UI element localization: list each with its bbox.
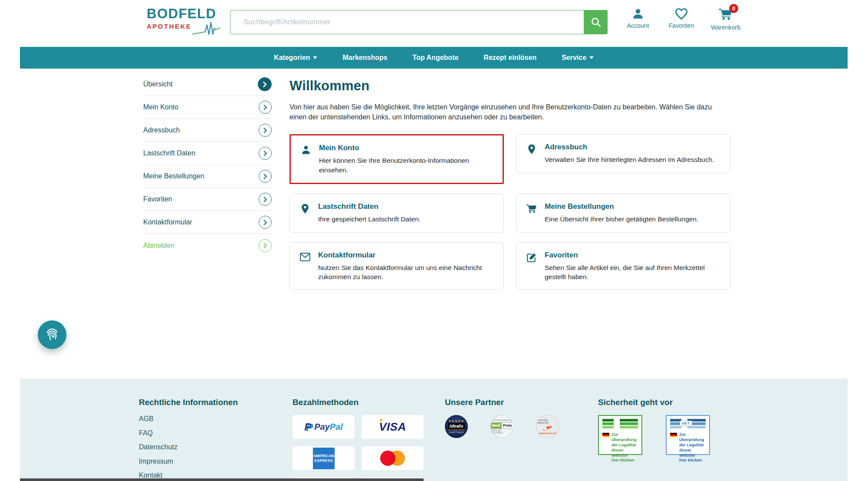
sidebar-item-meine-bestellungen[interactable]: Meine Bestellungen — [143, 165, 272, 188]
card-kontaktformular[interactable]: Kontaktformular Nutzen Sie das Kontaktfo… — [289, 242, 504, 290]
nav-top-angebote[interactable]: Top Angebote — [413, 54, 459, 62]
sidebar-item-label: Favoriten — [143, 195, 172, 203]
nav-label: Service — [562, 54, 586, 62]
payment-visa: VISA — [362, 415, 424, 439]
chevron-right-circle — [259, 147, 272, 160]
mastercard-logo — [380, 451, 405, 466]
chevron-down-icon — [589, 56, 594, 59]
payment-methods: P P PayPal VISA AMERICAN EXPRESS — [293, 415, 431, 481]
account-sidebar: Übersicht Mein Konto Adressbuch Lastschr… — [143, 73, 272, 257]
search-input[interactable] — [230, 10, 584, 34]
sidebar-item-adressbuch[interactable]: Adressbuch — [143, 119, 272, 142]
cart-button[interactable]: 0 Warenkorb — [711, 7, 740, 31]
sidebar-item-label: Abmelden — [143, 242, 174, 250]
fox-icon — [542, 425, 553, 432]
account-cards: Mein Konto Hier können Sie Ihre Benutzer… — [289, 134, 732, 290]
chevron-right-circle — [259, 170, 272, 183]
sidebar-item-kontaktformular[interactable]: Kontaktformular — [143, 211, 272, 234]
card-description: Hier können Sie Ihre Benutzerkonto-Infor… — [319, 156, 491, 175]
card-title: Mein Konto — [319, 144, 491, 152]
stars-icon: ★★★★★ — [448, 419, 464, 422]
cart-count-badge: 0 — [729, 4, 738, 13]
sidebar-item-label: Adressbuch — [143, 126, 180, 134]
card-meine-bestellungen[interactable]: Meine Bestellungen Eine Übersicht Ihrer … — [516, 194, 730, 232]
search-button[interactable] — [584, 10, 608, 34]
brand-subname: APOTHEKE — [147, 23, 191, 30]
german-flag-icon — [670, 433, 677, 437]
search-bar — [230, 10, 608, 34]
footer: Rechtliche Informationen AGB FAQ Datensc… — [20, 379, 848, 481]
seal-cross-icon: VET — [670, 419, 706, 429]
idealo-partner-badge: ★★★★★ idealo PARTNER — [445, 415, 468, 438]
brand-logo[interactable]: BODFELD APOTHEKE — [147, 7, 220, 38]
footer-link-faq[interactable]: FAQ — [139, 429, 269, 437]
card-description: Nutzen Sie das Kontaktformular um uns ei… — [318, 263, 490, 282]
header-actions: Account Favoriten 0 Warenkorb — [624, 7, 740, 31]
account-label: Account — [627, 22, 649, 29]
card-favoriten[interactable]: Favoriten Sehen Sie alle Artikel ein, di… — [516, 242, 730, 290]
sidebar-item-uebersicht[interactable]: Übersicht — [143, 73, 272, 96]
chevron-right-circle — [259, 101, 272, 114]
card-title: Meine Bestellungen — [545, 202, 698, 211]
heartbeat-icon — [192, 19, 220, 38]
account-button[interactable]: Account — [624, 7, 652, 31]
account-icon — [631, 7, 644, 20]
chevron-right-icon — [263, 105, 267, 110]
legality-seal-vet[interactable]: VET Zur Überprüfung der Legalität dieser… — [666, 415, 710, 455]
main-nav: Kategorien Markenshops Top Angebote Reze… — [20, 47, 848, 69]
chevron-right-icon — [263, 243, 267, 248]
main-content: Willkommen Von hier aus haben Sie die Mö… — [289, 73, 732, 290]
card-description: Eine Übersicht Ihrer bisher getätigten B… — [545, 214, 698, 224]
footer-link-datenschutz[interactable]: Datenschutz — [139, 443, 269, 451]
chevron-right-circle — [258, 77, 272, 91]
header: BODFELD APOTHEKE — [0, 0, 868, 47]
footer-partners-title: Unsere Partner — [445, 398, 575, 407]
nav-markenshops[interactable]: Markenshops — [342, 54, 387, 62]
footer-link-agb[interactable]: AGB — [139, 415, 269, 423]
footer-link-impressum[interactable]: Impressum — [139, 458, 269, 465]
cart-label: Warenkorb — [711, 24, 740, 31]
sidebar-item-label: Mein Konto — [143, 103, 178, 111]
amex-logo: AMERICAN EXPRESS — [313, 448, 335, 469]
card-adressbuch[interactable]: Adressbuch Verwalten Sie Ihre hinterlegt… — [516, 134, 730, 173]
chevron-right-circle — [259, 239, 272, 252]
sidebar-item-lastschrift-daten[interactable]: Lastschrift Daten — [143, 142, 272, 165]
intro-text: Von hier aus haben Sie die Möglichkeit, … — [289, 102, 719, 122]
map-pin-icon — [299, 203, 311, 214]
nav-label: Markenshops — [342, 54, 387, 62]
nav-service[interactable]: Service — [562, 54, 594, 62]
card-lastschrift-daten[interactable]: Lastschrift Daten Ihre gespeichert Lasts… — [289, 194, 504, 232]
heart-icon — [674, 7, 688, 20]
footer-legal-section: Rechtliche Informationen AGB FAQ Datensc… — [139, 398, 269, 481]
chevron-right-icon — [263, 220, 267, 225]
sidebar-item-favoriten[interactable]: Favoriten — [143, 188, 272, 211]
footer-security-title: Sicherheit geht vor — [598, 398, 746, 407]
map-pin-icon — [526, 144, 537, 155]
footer-security-section: Sicherheit geht vor Zur Überprüfung der … — [598, 398, 746, 455]
card-title: Lastschrift Daten — [318, 202, 421, 211]
nav-rezept-einloesen[interactable]: Rezept einlösen — [483, 54, 536, 62]
sidebar-item-abmelden[interactable]: Abmelden — [143, 234, 272, 257]
chevron-right-circle — [259, 216, 272, 229]
footer-payments-section: Bezahlmethoden P P PayPal VISA — [293, 398, 431, 481]
payment-mastercard — [362, 446, 424, 470]
sidebar-item-label: Übersicht — [143, 80, 173, 88]
sidebar-item-label: Meine Bestellungen — [143, 172, 204, 180]
medipreis-badge: AUSGENOMMEN BEI MediPreis PARTNER-APOTHE… — [490, 415, 513, 438]
cart-icon — [526, 203, 537, 214]
nav-label: Kategorien — [274, 54, 310, 62]
search-icon — [590, 16, 602, 28]
fingerprint-fab-button[interactable] — [38, 320, 66, 349]
chevron-right-circle — [259, 124, 272, 137]
nav-kategorien[interactable]: Kategorien — [274, 54, 318, 62]
favorites-button[interactable]: Favoriten — [667, 7, 695, 31]
card-description: Verwalten Sie Ihre hinterlegten Adressen… — [545, 155, 714, 164]
legality-seal-green[interactable]: Zur Überprüfung der Legalität dieser Web… — [598, 415, 642, 455]
paypal-icon: P P — [304, 422, 312, 432]
sidebar-item-mein-konto[interactable]: Mein Konto — [143, 96, 272, 119]
card-mein-konto[interactable]: Mein Konto Hier können Sie Ihre Benutzer… — [289, 134, 504, 184]
card-title: Favoriten — [545, 251, 717, 260]
card-title: Adressbuch — [545, 143, 714, 152]
chevron-right-icon — [263, 151, 267, 156]
payment-paypal: P P PayPal — [293, 415, 355, 439]
